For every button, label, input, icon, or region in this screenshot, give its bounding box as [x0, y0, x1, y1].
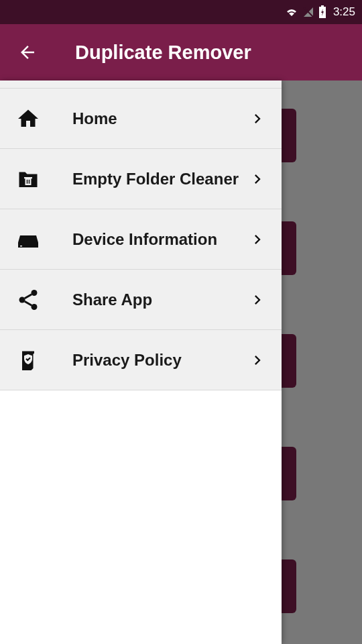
navigation-drawer: Home Empty Folder Cleaner Device Informa… — [0, 80, 282, 644]
privacy-icon — [13, 345, 43, 375]
sidebar-item-empty-folder[interactable]: Empty Folder Cleaner — [0, 149, 282, 209]
status-bar: 3:25 — [0, 0, 362, 24]
svg-point-11 — [32, 304, 38, 310]
sidebar-item-label: Share App — [72, 290, 248, 309]
arrow-left-icon — [17, 42, 38, 62]
share-icon — [13, 285, 43, 315]
device-icon — [13, 225, 43, 254]
battery-icon — [318, 5, 326, 19]
page-title: Duplicate Remover — [75, 42, 251, 64]
chevron-right-icon — [248, 109, 267, 128]
svg-rect-4 — [24, 177, 32, 178]
svg-line-13 — [25, 301, 32, 305]
sidebar-item-label: Privacy Policy — [72, 351, 248, 370]
wifi-icon — [285, 7, 298, 17]
svg-rect-6 — [29, 179, 30, 183]
svg-point-10 — [19, 297, 25, 303]
chevron-right-icon — [248, 230, 267, 249]
status-time: 3:25 — [333, 5, 355, 19]
sidebar-item-label: Home — [72, 109, 248, 128]
sidebar-item-privacy[interactable]: Privacy Policy — [0, 330, 282, 390]
sidebar-item-home[interactable]: Home — [0, 89, 282, 149]
svg-rect-1 — [321, 5, 324, 7]
app-bar: Duplicate Remover — [0, 24, 362, 80]
svg-line-12 — [25, 294, 32, 298]
signal-off-icon — [302, 6, 314, 18]
svg-rect-8 — [20, 246, 22, 247]
sidebar-item-label: Device Information — [72, 230, 248, 249]
home-icon — [13, 104, 43, 133]
sidebar-item-device-info[interactable]: Device Information — [0, 209, 282, 270]
chevron-right-icon — [248, 290, 267, 309]
sidebar-item-label: Empty Folder Cleaner — [72, 170, 248, 189]
back-button[interactable] — [13, 38, 42, 66]
chevron-right-icon — [248, 170, 267, 189]
chevron-right-icon — [248, 351, 267, 370]
sidebar-item-share[interactable]: Share App — [0, 270, 282, 330]
svg-rect-5 — [27, 179, 28, 183]
content-area: Home Empty Folder Cleaner Device Informa… — [0, 80, 362, 644]
folder-trash-icon — [13, 164, 43, 194]
svg-rect-3 — [25, 178, 32, 185]
svg-point-9 — [32, 290, 38, 296]
